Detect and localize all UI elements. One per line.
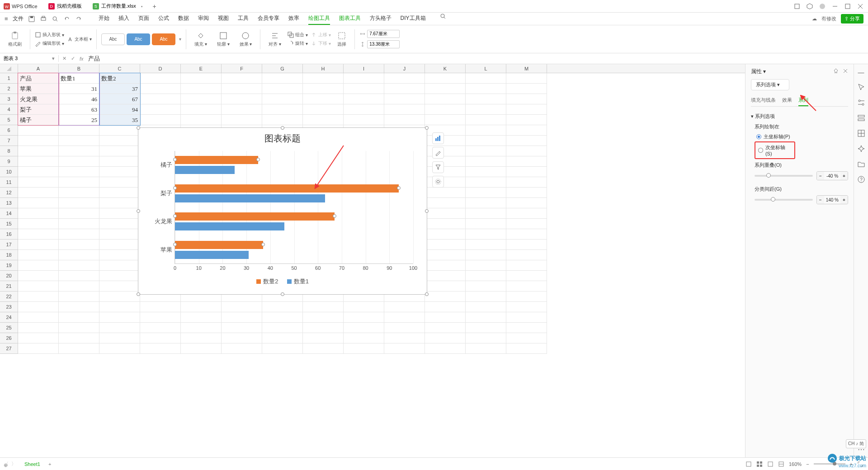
menu-tab-view[interactable]: 视图 [218,13,229,25]
row-header[interactable]: 8 [0,146,18,156]
cell[interactable] [466,125,506,136]
chart-object[interactable]: 图表标题 橘子梨子火龙果苹果 0102030405060708090100 数量… [138,127,427,295]
cell[interactable] [140,73,181,84]
style-1[interactable]: Abc [101,33,125,45]
insert-shape[interactable]: 插入形状 ▾ [35,31,64,38]
style-3[interactable]: Abc [152,33,175,45]
cell[interactable] [466,271,506,281]
cell[interactable] [59,229,99,240]
print-icon[interactable] [40,15,47,23]
row-header[interactable]: 9 [0,156,18,167]
cell[interactable] [506,271,547,281]
cell[interactable] [222,312,262,323]
cell[interactable] [181,73,222,84]
cell[interactable] [425,177,466,188]
resize-handle[interactable] [281,126,284,130]
cell[interactable] [18,219,59,229]
cell[interactable] [181,343,222,354]
gap-spinner[interactable]: −140 %+ [816,195,848,204]
col-header[interactable]: E [181,64,222,73]
cell[interactable] [506,125,547,136]
cell[interactable] [262,333,303,343]
row-header[interactable]: 10 [0,167,18,177]
cell[interactable]: 37 [99,84,140,94]
cell[interactable] [181,115,222,125]
cell[interactable] [466,229,506,240]
cell[interactable] [99,219,140,229]
tab-workbook[interactable]: S 工作簿数量.xlsx • [88,0,147,12]
maximize-icon[interactable] [844,3,851,9]
menu-tab-fangge[interactable]: 方头格子 [370,13,392,25]
cell[interactable] [506,188,547,198]
text-box[interactable]: A文本框 ▾ [67,36,92,43]
cell[interactable] [425,94,466,104]
cell[interactable] [59,146,99,156]
height-input[interactable] [367,40,400,48]
cell[interactable] [303,343,344,354]
row-header[interactable]: 11 [0,177,18,188]
row-header[interactable]: 23 [0,302,18,312]
formula-content[interactable]: 产品 [88,55,100,63]
resize-handle[interactable] [281,292,284,296]
cell[interactable] [466,84,506,94]
cell[interactable] [344,302,384,312]
cell[interactable] [506,136,547,146]
cell[interactable] [466,167,506,177]
cell[interactable] [18,198,59,208]
cell[interactable] [140,343,181,354]
minimize-icon[interactable] [832,3,838,9]
cell[interactable] [466,177,506,188]
cell[interactable] [425,115,466,125]
move-up[interactable]: 上移 ▾ [311,31,331,38]
cell[interactable] [59,136,99,146]
chart-style-button[interactable] [432,147,444,159]
cell[interactable] [99,271,140,281]
spin-up[interactable]: + [840,196,848,204]
menu-tab-member[interactable]: 会员专享 [258,13,279,25]
cell[interactable] [303,104,344,115]
layers-tool-icon[interactable] [857,114,865,122]
row-header[interactable]: 7 [0,136,18,146]
cancel-icon[interactable]: ✕ [62,56,66,61]
cell[interactable] [384,104,425,115]
cell[interactable] [344,343,384,354]
spin-down[interactable]: − [817,172,824,180]
cell[interactable] [262,84,303,94]
hamburger-icon[interactable]: ≡ [5,15,8,22]
cell[interactable] [384,94,425,104]
menu-tab-chart-tools[interactable]: 图表工具 [339,13,361,25]
cell[interactable] [425,271,466,281]
cell[interactable] [99,125,140,136]
cell[interactable] [222,94,262,104]
cell[interactable] [140,302,181,312]
cell[interactable] [99,177,140,188]
cell[interactable] [466,281,506,291]
zoom-value[interactable]: 160% [789,461,802,467]
menu-tab-review[interactable]: 审阅 [198,13,209,25]
cell[interactable] [140,84,181,94]
bar-series[interactable] [175,156,258,164]
chart-settings-button[interactable] [432,176,444,188]
cell[interactable] [99,333,140,343]
cell[interactable] [18,229,59,240]
cell[interactable] [425,146,466,156]
cell[interactable] [99,312,140,323]
cell[interactable] [344,323,384,333]
row-header[interactable]: 15 [0,219,18,229]
cell[interactable] [425,302,466,312]
cell[interactable] [384,323,425,333]
cell[interactable] [425,208,466,219]
spin-up[interactable]: + [840,172,848,180]
cell[interactable] [425,281,466,291]
cell[interactable] [59,281,99,291]
cell[interactable] [466,136,506,146]
col-header[interactable]: G [262,64,303,73]
cell[interactable] [18,260,59,271]
cell[interactable] [466,208,506,219]
resize-handle[interactable] [425,209,429,213]
status-icon-1[interactable] [745,461,752,467]
row-header[interactable]: 17 [0,240,18,250]
cell[interactable] [18,167,59,177]
cell[interactable] [384,73,425,84]
cell[interactable] [181,323,222,333]
